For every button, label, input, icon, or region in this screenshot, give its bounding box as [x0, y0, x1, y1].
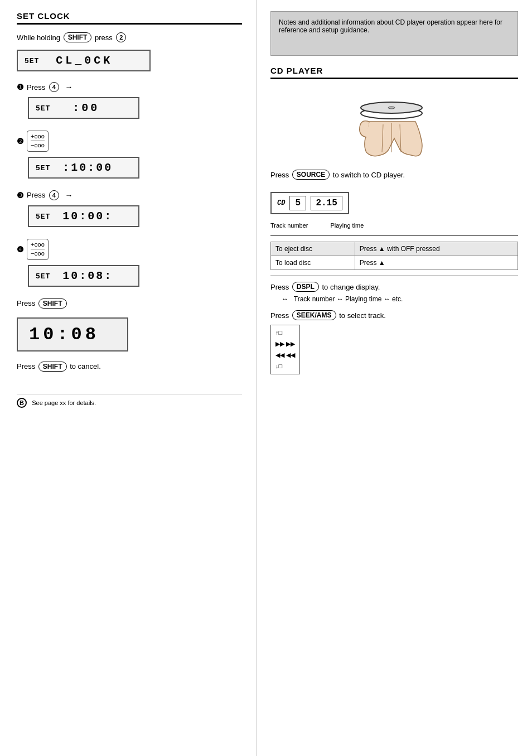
dspl-text: to change display. — [322, 283, 380, 291]
vol-down-4: −ooo — [31, 249, 45, 258]
seek-text: to select track. — [339, 311, 386, 320]
table-row: To eject discPress ▲ with OFF pressed — [271, 242, 518, 256]
display-modes-text: Track number ↔ Playing time ↔ etc. — [294, 295, 403, 303]
table-cell: To load disc — [271, 256, 355, 270]
source-key[interactable]: SOURCE — [292, 170, 330, 180]
vol-up-4: +ooo — [31, 240, 45, 249]
step-1-arrow: → — [65, 83, 72, 92]
dspl-instruction-row: Press DSPL to change display. — [270, 282, 518, 292]
source-text: to switch to CD player. — [333, 171, 405, 179]
step-1-block: ❶ Press 4 → 5ET :00 — [17, 82, 242, 122]
time-label: Playing time — [330, 222, 364, 229]
seek-instruction-row: Press SEEK/AMS to select track. — [270, 310, 518, 320]
cd-display-labels: Track number Playing time — [270, 222, 518, 229]
display-step-3: 5ET 10:00: — [28, 205, 139, 227]
dspl-key[interactable]: DSPL — [292, 282, 319, 292]
cd-track-display: 5 — [289, 196, 306, 210]
grey-info-box: Notes and additional information about C… — [270, 11, 518, 56]
table-cell: Press ▲ with OFF pressed — [355, 242, 518, 256]
page-container: SET CLOCK While holding SHIFT press 2 5E… — [0, 0, 532, 756]
table-cell: To eject disc — [271, 242, 355, 256]
vol-control-2[interactable]: +ooo −ooo — [27, 131, 49, 152]
source-instruction-text: Press — [270, 171, 289, 179]
section-title-cd: CD PLAYER — [270, 66, 518, 79]
bottom-note-text: See page xx for details. — [32, 399, 96, 406]
cancel-text: to cancel. — [70, 362, 101, 370]
shift-key-2[interactable]: SHIFT — [38, 298, 67, 309]
seek-box-line: ▶▶ ▶▶ — [275, 339, 295, 350]
seek-box-line: ◀◀ ◀◀ — [275, 350, 295, 361]
right-column: Notes and additional information about C… — [257, 0, 532, 756]
shift-key-1[interactable]: SHIFT — [64, 32, 92, 42]
step-3-number: ❸ — [17, 191, 27, 200]
step-4-number: ❹ — [17, 245, 27, 254]
step-1-text: Press — [27, 83, 45, 92]
table-cell: Press ▲ — [355, 256, 518, 270]
dspl-section: Press DSPL to change display. ↔ Track nu… — [270, 282, 518, 305]
step-2-number: ❷ — [17, 137, 27, 146]
cd-display-box: CD 5 2.15 — [270, 192, 349, 214]
step-1-circled-4: 4 — [49, 82, 59, 92]
display-set-clock: 5ET CL_0CK — [17, 50, 151, 71]
seek-box: ↑□▶▶ ▶▶◀◀ ◀◀↓□ — [270, 325, 300, 374]
confirm-row: Press SHIFT — [17, 298, 242, 309]
svg-point-2 — [388, 107, 395, 109]
press-text: press — [95, 33, 113, 42]
step-4-block: ❹ +ooo −ooo 5ET 10:08: — [17, 239, 242, 290]
seek-box-line: ↓□ — [275, 361, 295, 372]
final-display-container: 10:08 — [17, 313, 242, 356]
shift-key-3[interactable]: SHIFT — [38, 362, 67, 372]
dspl-modes: ↔ Track number ↔ Playing time ↔ etc. — [282, 294, 518, 305]
step-3-arrow: → — [65, 191, 72, 200]
divider-2 — [270, 276, 518, 276]
display-step-4: 5ET 10:08: — [28, 265, 139, 287]
left-column: SET CLOCK While holding SHIFT press 2 5E… — [0, 0, 257, 756]
step-2-block: ❷ +ooo −ooo 5ET :10:00 — [17, 131, 242, 181]
seek-key[interactable]: SEEK/AMS — [292, 310, 336, 320]
cd-load-table: To eject discPress ▲ with OFF pressedTo … — [270, 242, 518, 270]
grey-box-content: Notes and additional information about C… — [279, 18, 502, 34]
display-step-1: 5ET :00 — [28, 97, 139, 119]
cd-time-display: 2.15 — [311, 196, 342, 210]
bottom-note: B See page xx for details. — [17, 394, 242, 408]
bottom-note-letter: B — [17, 398, 27, 408]
vol-control-4[interactable]: +ooo −ooo — [27, 239, 49, 260]
cd-illustration-area — [270, 88, 518, 161]
track-label: Track number — [270, 222, 308, 229]
intro-row: While holding SHIFT press 2 — [17, 32, 242, 42]
cancel-row: Press SHIFT to cancel. — [17, 362, 242, 372]
seek-box-line: ↑□ — [275, 328, 295, 339]
intro-text: While holding — [17, 33, 60, 42]
vol-up-2: +ooo — [31, 132, 45, 141]
press-shift-cancel-text: Press — [17, 362, 35, 370]
display-step-2: 5ET :10:00 — [28, 157, 139, 179]
table-row: To load discPress ▲ — [271, 256, 518, 270]
seek-section: Press SEEK/AMS to select track. ↑□▶▶ ▶▶◀… — [270, 310, 518, 374]
divider-1 — [270, 235, 518, 236]
cd-display-label: CD — [277, 199, 285, 207]
seek-box-container: ↑□▶▶ ▶▶◀◀ ◀◀↓□ — [270, 325, 518, 374]
cd-display-area: CD 5 2.15 Track number Playing time — [270, 186, 518, 229]
source-instruction-row: Press SOURCE to switch to CD player. — [270, 170, 518, 180]
circled-2: 2 — [116, 32, 126, 42]
step-1-number: ❶ — [17, 83, 27, 92]
vol-down-2: −ooo — [31, 141, 45, 150]
clock-value: CL_0CK — [56, 54, 113, 67]
display-final: 10:08 — [17, 317, 128, 351]
seek-instruction-text: Press — [270, 311, 289, 320]
cd-hand-illustration — [350, 88, 439, 161]
step-3-block: ❸ Press 4 → 5ET 10:00: — [17, 190, 242, 230]
section-title-clock: SET CLOCK — [17, 11, 242, 25]
step-3-circled-4: 4 — [49, 190, 59, 200]
step-3-text: Press — [27, 191, 45, 199]
set-clock-label: 5ET — [25, 57, 39, 65]
display-modes-arrow: ↔ — [282, 295, 288, 303]
press-shift-final-text: Press — [17, 299, 35, 307]
dspl-instruction-text: Press — [270, 283, 289, 291]
